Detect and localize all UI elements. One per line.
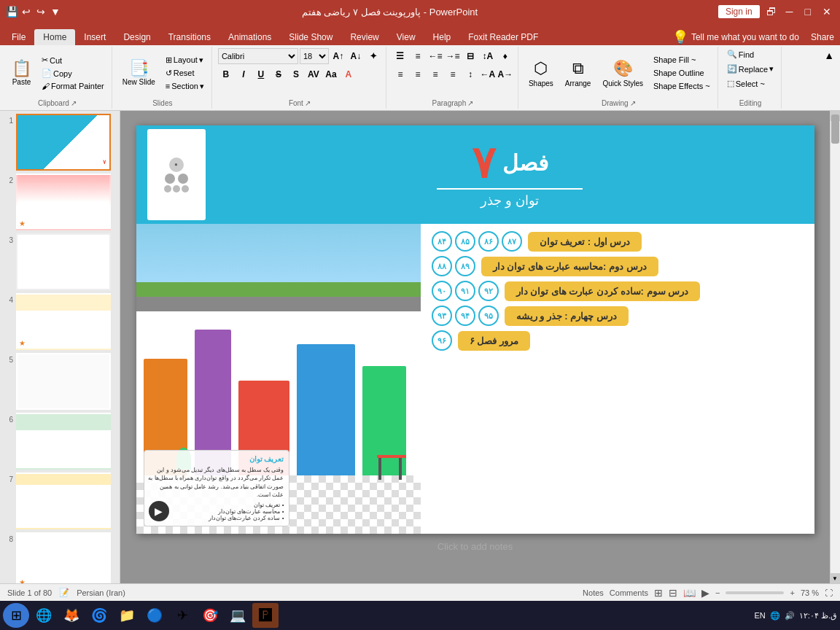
arrange-button[interactable]: ⧉ Arrange: [561, 56, 596, 90]
new-slide-button[interactable]: 📑 New Slide: [118, 58, 160, 89]
next-slide-button[interactable]: ▶: [149, 501, 169, 521]
tell-me[interactable]: Tell me what you want to do: [691, 32, 799, 42]
scroll-thumb[interactable]: [831, 114, 839, 144]
slide-sorter-button[interactable]: ⊟: [669, 587, 677, 599]
slide-thumb-7[interactable]: 7: [3, 472, 117, 529]
close-button[interactable]: ✕: [820, 6, 834, 18]
slide-preview-4[interactable]: [16, 293, 111, 350]
slide-preview-5[interactable]: [16, 353, 111, 410]
lesson-4-btn[interactable]: درس چهارم : جذر و ریشه: [505, 306, 629, 326]
slide-thumb-5[interactable]: 5: [3, 353, 117, 410]
lightbulb-icon[interactable]: 💡: [672, 29, 688, 45]
collapse-ribbon-button[interactable]: ▲: [824, 50, 834, 61]
char-spacing-button[interactable]: AV: [306, 66, 322, 82]
slide-preview-3[interactable]: [16, 233, 111, 290]
copy-button[interactable]: 📄 Copy: [39, 67, 107, 79]
notes-button[interactable]: Notes: [583, 588, 604, 597]
tab-review[interactable]: Review: [341, 29, 387, 45]
decrease-font-button[interactable]: A↓: [348, 48, 364, 64]
shape-effects-button[interactable]: Shape Effects ~: [650, 80, 713, 92]
tab-transitions[interactable]: Transitions: [160, 29, 219, 45]
lesson-2-btn[interactable]: درس دوم :محاسبه عبارت های توان دار: [481, 257, 658, 276]
line-spacing-button[interactable]: ↕: [462, 66, 478, 82]
clear-format-button[interactable]: ✦: [365, 48, 381, 64]
slide-preview-1[interactable]: ۷: [16, 114, 111, 171]
slide-thumb-3[interactable]: 3: [3, 233, 117, 290]
increase-indent-button[interactable]: →≡: [445, 48, 461, 64]
notes-bar[interactable]: Click to add notes: [135, 541, 815, 552]
font-size-select[interactable]: 18: [300, 48, 329, 64]
font-family-select[interactable]: Calibri: [218, 48, 298, 64]
taskbar-files[interactable]: 📁: [114, 603, 140, 628]
shadow-button[interactable]: S: [288, 66, 304, 82]
slide-thumb-1[interactable]: 1 ۷: [3, 114, 117, 171]
lesson-5-btn[interactable]: مرور فصل ۶: [458, 331, 530, 351]
tab-help[interactable]: Help: [424, 29, 460, 45]
paste-button[interactable]: 📋 Paste: [7, 58, 36, 89]
align-right-button[interactable]: ≡: [427, 66, 443, 82]
decrease-indent-button[interactable]: ←≡: [427, 48, 443, 64]
tab-design[interactable]: Design: [114, 29, 159, 45]
cut-button[interactable]: ✂ Cut: [39, 54, 107, 66]
restore-icon[interactable]: 🗗: [766, 6, 777, 18]
notes-icon[interactable]: 📝: [59, 588, 69, 597]
taskbar-telegram[interactable]: ✈: [169, 603, 195, 628]
slide-preview-6[interactable]: [16, 413, 111, 470]
text-direction-button[interactable]: ↕A: [480, 48, 496, 64]
align-center-button[interactable]: ≡: [410, 66, 426, 82]
slide-preview-7[interactable]: [16, 472, 111, 529]
taskbar-app5[interactable]: 🔵: [141, 603, 168, 628]
slide-thumb-8[interactable]: 8: [3, 532, 117, 583]
format-painter-button[interactable]: 🖌 Format Painter: [39, 80, 107, 92]
clipboard-expand-icon[interactable]: ↗: [71, 99, 77, 107]
layout-button[interactable]: ⊞ Layout ▾: [163, 54, 207, 66]
tab-foxit[interactable]: Foxit Reader PDF: [459, 29, 547, 45]
slideshow-button[interactable]: ▶: [701, 587, 709, 599]
zoom-slider[interactable]: [726, 591, 784, 594]
minimize-button[interactable]: ─: [783, 6, 796, 18]
reading-view-button[interactable]: 📖: [683, 587, 696, 599]
quick-styles-button[interactable]: 🎨 Quick Styles: [598, 56, 648, 90]
signin-button[interactable]: Sign in: [718, 5, 760, 18]
replace-button[interactable]: 🔄 Replace ▾: [724, 63, 777, 75]
slide-canvas[interactable]: ●: [136, 125, 814, 534]
reset-button[interactable]: ↺ Reset: [163, 67, 207, 79]
font-expand-icon[interactable]: ↗: [305, 99, 311, 107]
bullets-button[interactable]: ☰: [392, 48, 408, 64]
undo-icon[interactable]: ↩: [20, 6, 32, 18]
slide-preview-8[interactable]: [16, 532, 111, 583]
select-button[interactable]: ⬚ Select ~: [724, 77, 777, 90]
slide-thumb-2[interactable]: 2: [3, 174, 117, 230]
lesson-3-btn[interactable]: درس سوم :ساده کردن عبارت های توان دار: [505, 281, 701, 301]
taskbar-word[interactable]: 💻: [225, 603, 251, 628]
drawing-expand-icon[interactable]: ↗: [630, 99, 636, 107]
font-color-button[interactable]: A: [341, 66, 357, 82]
tab-file[interactable]: File: [3, 29, 34, 45]
tab-view[interactable]: View: [388, 29, 424, 45]
maximize-button[interactable]: □: [802, 6, 814, 18]
italic-button[interactable]: I: [236, 66, 252, 82]
underline-button[interactable]: U: [253, 66, 269, 82]
save-icon[interactable]: 💾: [6, 6, 18, 18]
tab-slideshow[interactable]: Slide Show: [280, 29, 341, 45]
columns-button[interactable]: ⊟: [462, 48, 478, 64]
align-left-button[interactable]: ≡: [392, 66, 408, 82]
scroll-down-arrow[interactable]: ▼: [830, 573, 840, 583]
tab-insert[interactable]: Insert: [75, 29, 114, 45]
numbering-button[interactable]: ≡: [410, 48, 426, 64]
shape-outline-button[interactable]: Shape Outline: [650, 67, 713, 79]
ltr-button[interactable]: A→: [497, 66, 513, 82]
increase-font-button[interactable]: A↑: [330, 48, 346, 64]
slide-preview-2[interactable]: [16, 174, 111, 230]
normal-view-button[interactable]: ⊞: [654, 587, 663, 599]
zoom-in-button[interactable]: +: [790, 588, 794, 597]
taskbar-firefox[interactable]: 🦊: [58, 603, 85, 628]
shapes-button[interactable]: ⬡ Shapes: [524, 56, 558, 90]
section-button[interactable]: ≡ Section ▾: [163, 80, 207, 93]
tab-animations[interactable]: Animations: [219, 29, 280, 45]
change-case-button[interactable]: Aa: [323, 66, 339, 82]
tab-home[interactable]: Home: [34, 29, 75, 45]
customize-icon[interactable]: ▼: [50, 6, 61, 18]
taskbar-app3[interactable]: 🌀: [86, 603, 112, 628]
taskbar-powerpoint[interactable]: 🅿: [252, 603, 279, 628]
